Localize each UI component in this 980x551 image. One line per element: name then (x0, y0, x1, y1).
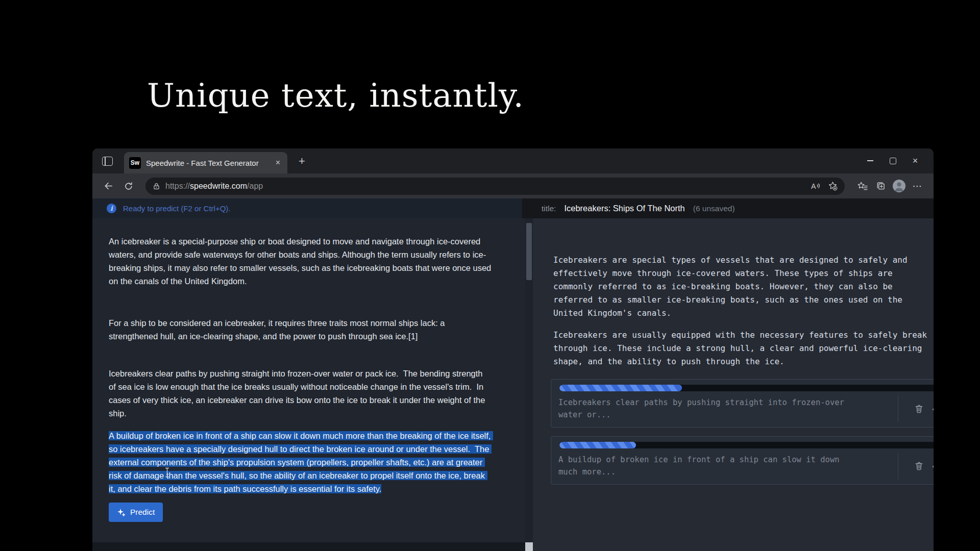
refresh-icon (124, 182, 133, 191)
delete-button[interactable] (913, 402, 925, 415)
scrollbar-corner (525, 542, 533, 551)
title-label: title: (542, 204, 556, 213)
source-paragraph-selected[interactable]: A buildup of broken ice in front of a sh… (109, 429, 492, 495)
pending-preview-text: A buildup of broken ice in front of a sh… (558, 454, 860, 478)
hero-title: Unique text, instantly. (147, 77, 524, 114)
collections-icon (876, 181, 886, 191)
pending-prediction-card: A buildup of broken ice in front of a sh… (551, 436, 934, 485)
tab-close-icon[interactable]: × (274, 158, 282, 168)
read-aloud-icon: A (811, 182, 822, 190)
unsaved-badge: (6 unsaved) (693, 204, 735, 213)
predict-status: i Ready to predict (F2 or Ctrl+Q). (92, 198, 522, 218)
progress-fill (559, 385, 682, 391)
add-favorite-button[interactable] (824, 179, 841, 194)
scrollbar-thumb[interactable] (526, 223, 532, 280)
return-arrow-icon (931, 404, 934, 414)
editor-scrollbar[interactable] (525, 218, 533, 551)
minimize-button[interactable] (859, 153, 881, 169)
refresh-button[interactable] (120, 178, 137, 195)
card-actions (898, 453, 934, 479)
editor-bottom-strip (92, 542, 525, 551)
delete-button[interactable] (913, 459, 925, 472)
app-content: An icebreaker is a special-purpose ship … (92, 218, 934, 551)
ready-status-text: Ready to predict (F2 or Ctrl+Q). (123, 204, 230, 213)
window-controls: × (859, 153, 926, 169)
document-title-bar: title: Icebreakers: Ships Of The North (… (522, 198, 934, 218)
profile-button[interactable] (890, 178, 908, 195)
browser-toolbar: https://speedwrite.com/app A (92, 173, 934, 198)
insert-result-button[interactable] (929, 459, 934, 472)
tab-layout-icon (102, 157, 113, 166)
pending-prediction-card: Icebreakers clear paths by pushing strai… (551, 379, 934, 428)
divider (898, 453, 898, 479)
site-favicon: Sw (129, 157, 141, 169)
browser-tab-bar: Sw Speedwrite - Fast Text Generator × + … (92, 148, 934, 173)
favorites-star-icon (857, 181, 868, 191)
new-tab-button[interactable]: + (295, 155, 309, 168)
info-icon: i (107, 204, 116, 213)
url-text[interactable]: https://speedwrite.com/app (165, 182, 808, 191)
favorites-button[interactable] (853, 178, 871, 195)
lock-icon[interactable] (153, 182, 160, 190)
progress-bar (559, 385, 934, 391)
source-text-editor[interactable]: An icebreaker is a special-purpose ship … (92, 218, 525, 551)
progress-bar (559, 442, 934, 448)
source-paragraph[interactable]: For a ship to be considered an icebreake… (109, 316, 492, 343)
star-add-icon (828, 181, 838, 191)
read-aloud-button[interactable]: A (808, 179, 824, 194)
address-bar[interactable]: https://speedwrite.com/app A (145, 178, 845, 195)
back-button[interactable] (100, 178, 117, 195)
progress-fill (559, 442, 636, 448)
url-host: speedwrite.com (190, 182, 247, 190)
desktop-background: Unique text, instantly. Sw Speedwrite - … (0, 0, 980, 551)
close-button[interactable]: × (904, 153, 926, 169)
text-cursor-pointer (164, 467, 170, 480)
card-actions (898, 395, 934, 422)
browser-tab[interactable]: Sw Speedwrite - Fast Text Generator × (124, 152, 287, 173)
browser-window: Sw Speedwrite - Fast Text Generator × + … (92, 148, 934, 551)
source-paragraph[interactable]: An icebreaker is a special-purpose ship … (109, 235, 492, 288)
minimize-icon (867, 160, 873, 161)
insert-result-button[interactable] (929, 402, 934, 415)
source-paragraph[interactable]: Icebreakers clear paths by pushing strai… (109, 367, 492, 420)
pending-preview-text: Icebreakers clear paths by pushing strai… (558, 396, 860, 421)
collections-button[interactable] (871, 178, 890, 195)
trash-icon (914, 404, 924, 414)
back-arrow-icon (104, 181, 113, 191)
tab-actions-button[interactable] (99, 153, 116, 170)
avatar (892, 179, 906, 193)
selected-text[interactable]: A buildup of broken ice in front of a sh… (109, 431, 493, 493)
svg-text:A: A (811, 182, 816, 190)
output-paragraph[interactable]: Icebreakers are usually equipped with th… (553, 329, 930, 368)
trash-icon (914, 461, 924, 471)
url-path: /app (247, 182, 263, 190)
predict-label: Predict (130, 508, 155, 517)
maximize-icon (890, 158, 896, 164)
output-paragraph[interactable]: Icebreakers are special types of vessels… (553, 254, 930, 320)
url-scheme: https:// (165, 182, 190, 190)
predict-button[interactable]: Predict (109, 503, 163, 522)
sparkle-icon (117, 508, 126, 517)
output-pane: Icebreakers are special types of vessels… (533, 218, 934, 551)
speedwrite-app: i Ready to predict (F2 or Ctrl+Q). title… (92, 198, 934, 551)
ellipsis-icon: ⋯ (913, 181, 922, 191)
document-title[interactable]: Icebreakers: Ships Of The North (564, 204, 684, 213)
maximize-button[interactable] (881, 153, 904, 169)
return-arrow-icon (931, 461, 934, 471)
tab-title: Speedwrite - Fast Text Generator (146, 159, 268, 167)
app-status-bar: i Ready to predict (F2 or Ctrl+Q). title… (92, 198, 934, 218)
settings-menu-button[interactable]: ⋯ (908, 178, 926, 195)
divider (898, 395, 898, 422)
close-icon: × (913, 156, 918, 165)
toolbar-actions: ⋯ (853, 178, 926, 195)
